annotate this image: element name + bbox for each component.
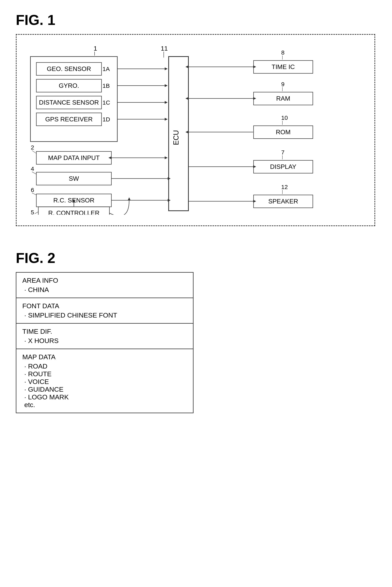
svg-text:DISTANCE SENSOR: DISTANCE SENSOR [39, 99, 99, 106]
svg-line-39 [32, 193, 36, 195]
svg-text:6: 6 [31, 187, 34, 193]
map-data-item-2: · VOICE [22, 378, 187, 386]
svg-text:1D: 1D [102, 116, 110, 123]
svg-marker-18 [165, 67, 168, 70]
svg-line-45 [35, 212, 38, 214]
svg-marker-59 [253, 66, 256, 68]
area-info-cell: AREA INFO · CHINA [16, 272, 193, 298]
time-dif-cell: TIME DIF. · X HOURS [16, 324, 193, 349]
svg-text:MAP DATA INPUT: MAP DATA INPUT [48, 154, 100, 161]
svg-text:RAM: RAM [276, 95, 290, 102]
fig2-title: FIG. 2 [16, 250, 376, 266]
fig1-diagram: 1 11 GEO. SENSOR 1A GYRO. 1B DISTANCE SE… [26, 45, 366, 215]
svg-marker-65 [186, 97, 188, 100]
time-dif-item-0: · X HOURS [22, 337, 187, 345]
map-data-item-3: · GUIDANCE [22, 386, 187, 393]
table-row: TIME DIF. · X HOURS [16, 324, 193, 349]
svg-text:1: 1 [94, 45, 97, 52]
svg-marker-43 [168, 199, 170, 202]
svg-text:GEO.  SENSOR: GEO. SENSOR [47, 65, 91, 72]
table-row: FONT DATA · SIMPLIFIED CHINESE FONT [16, 298, 193, 324]
svg-marker-24 [165, 118, 168, 121]
svg-marker-84 [253, 200, 256, 203]
svg-text:GPS RECEIVER: GPS RECEIVER [45, 116, 92, 123]
svg-marker-50 [128, 197, 130, 200]
svg-text:ROM: ROM [276, 129, 291, 136]
svg-text:SPEAKER: SPEAKER [268, 198, 298, 205]
svg-text:1C: 1C [102, 99, 110, 106]
svg-text:9: 9 [281, 81, 284, 87]
map-data-item-1: · ROUTE [22, 370, 187, 378]
map-data-item-5: etc. [22, 401, 187, 409]
svg-text:R. CONTROLLER: R. CONTROLLER [48, 209, 100, 215]
font-data-item-0: · SIMPLIFIED CHINESE FONT [22, 312, 187, 319]
svg-line-33 [32, 172, 36, 174]
svg-text:DISPLAY: DISPLAY [270, 163, 296, 170]
svg-marker-78 [253, 165, 256, 168]
area-info-title: AREA INFO [22, 276, 187, 284]
map-data-title: MAP DATA [22, 353, 187, 361]
svg-text:1B: 1B [102, 82, 110, 89]
svg-text:4: 4 [31, 165, 34, 172]
time-dif-title: TIME DIF. [22, 328, 187, 335]
svg-marker-20 [165, 84, 168, 87]
fig2-table: AREA INFO · CHINA FONT DATA · SIMPLIFIED… [16, 272, 194, 413]
svg-text:SW: SW [69, 175, 79, 182]
font-data-cell: FONT DATA · SIMPLIFIED CHINESE FONT [16, 298, 193, 324]
map-data-item-0: · ROAD [22, 362, 187, 370]
svg-text:5: 5 [31, 209, 34, 215]
svg-marker-31 [108, 156, 112, 159]
svg-line-26 [32, 150, 36, 153]
map-data-item-4: · LOGO MARK [22, 393, 187, 401]
svg-text:1A: 1A [102, 66, 110, 72]
svg-marker-58 [186, 66, 188, 68]
fig1-title: FIG. 1 [16, 12, 376, 28]
svg-marker-22 [165, 101, 168, 104]
svg-text:11: 11 [161, 45, 168, 52]
map-data-cell: MAP DATA · ROAD · ROUTE · VOICE · GUIDAN… [16, 349, 193, 413]
svg-text:GYRO.: GYRO. [59, 82, 79, 89]
svg-marker-37 [168, 177, 170, 180]
table-row: AREA INFO · CHINA [16, 272, 193, 298]
table-row: MAP DATA · ROAD · ROUTE · VOICE · GUIDAN… [16, 349, 193, 413]
svg-marker-66 [253, 97, 256, 100]
font-data-title: FONT DATA [22, 302, 187, 310]
svg-text:2: 2 [31, 144, 34, 151]
svg-text:10: 10 [281, 115, 288, 121]
area-info-item-0: · CHINA [22, 286, 187, 294]
svg-text:ECU: ECU [172, 130, 180, 145]
svg-marker-30 [165, 156, 168, 159]
svg-text:TIME IC: TIME IC [272, 63, 295, 70]
svg-marker-72 [186, 131, 188, 133]
svg-text:7: 7 [281, 149, 284, 156]
svg-text:12: 12 [281, 184, 288, 190]
svg-text:8: 8 [281, 49, 284, 56]
